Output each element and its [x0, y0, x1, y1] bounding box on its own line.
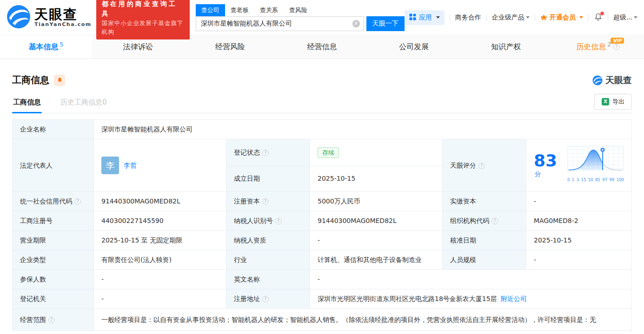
- score-chart: 0131550859799100: [567, 146, 624, 185]
- divider: [486, 14, 487, 21]
- watermark-logo: 天眼查: [592, 74, 632, 86]
- value-score: 83分: [526, 139, 632, 192]
- label-taxpayer-id: 纳税人识别号: [226, 211, 310, 231]
- tab-operation-risk[interactable]: 经营风险: [184, 35, 276, 59]
- app-grid-icon: [409, 13, 416, 22]
- nav-super-account[interactable]: 超级...: [613, 13, 637, 22]
- divider: [608, 14, 608, 21]
- help-icon[interactable]: [262, 296, 269, 302]
- help-icon[interactable]: [491, 218, 498, 224]
- label-reg-status: 登记状态: [226, 139, 310, 166]
- clear-icon[interactable]: ✕: [352, 20, 360, 27]
- vip-badge: VIP: [611, 38, 624, 44]
- value-taxpayer-id: 91440300MAG0MED82L: [310, 211, 443, 231]
- help-icon[interactable]: [613, 44, 620, 50]
- tab-history-info[interactable]: 历史信息 2 VIP: [552, 35, 644, 59]
- label-company-name: 企业名称: [13, 120, 94, 139]
- value-reg-number: 440300227145590: [94, 211, 226, 231]
- nav-enterprise-products[interactable]: 企业级产品: [492, 13, 530, 22]
- tianyancha-logo[interactable]: 天眼查 TianYanCha.com: [7, 5, 92, 31]
- label-reg-number: 工商注册号: [13, 211, 94, 231]
- label-industry: 行业: [226, 250, 310, 270]
- label-legal-rep: 法定代表人: [13, 139, 94, 192]
- nearby-companies-link[interactable]: 附近公司: [501, 295, 527, 302]
- value-credit-code: 91440300MAG0MED82L: [94, 192, 226, 211]
- tab-legal-litigation[interactable]: 法律诉讼: [92, 35, 184, 59]
- search-area: 查公司 查老板 查关系 查风险 ✕ 天眼一下: [196, 4, 405, 31]
- tab-intellectual-property[interactable]: 知识产权: [460, 35, 552, 59]
- main-tabbar: 基本信息 5 法律诉讼 经营风险 经营信息 公司发展 知识产权 历史信息 2 V…: [0, 35, 644, 59]
- value-insured: -: [94, 270, 226, 289]
- nav-business-cooperation[interactable]: 商务合作: [455, 13, 481, 22]
- divider: [535, 14, 535, 21]
- label-approval-date: 核准日期: [443, 231, 526, 250]
- export-button[interactable]: X 导出: [594, 94, 632, 110]
- app-menu[interactable]: 应用: [405, 10, 445, 25]
- value-business-scope: 一般经营项目是：以自有资金从事投资活动；智能机器人的研发；智能机器人销售。（除依…: [94, 309, 632, 331]
- caret-down-icon: [634, 16, 637, 19]
- promo-line1: 都在用的商业查询工具: [102, 0, 184, 19]
- search-tab-risk[interactable]: 查风险: [284, 4, 313, 16]
- value-paid-capital: -: [526, 192, 632, 211]
- value-reg-status: 存续: [310, 139, 443, 166]
- tab-basic-info[interactable]: 基本信息 5: [0, 35, 92, 59]
- app-menu-label: 应用: [419, 13, 432, 22]
- logo-title: 天眼查: [34, 7, 78, 22]
- value-industry: 计算机、通信和其他电子设备制造业: [310, 250, 443, 270]
- search-tab-relation[interactable]: 查关系: [254, 4, 284, 16]
- promo-line2: 国家中小企业发展子基金旗下机构: [102, 19, 184, 36]
- value-legal-rep: 李 李哲: [94, 139, 226, 192]
- help-icon[interactable]: [262, 198, 269, 205]
- label-english-name: 英文名称: [226, 270, 310, 289]
- value-reg-address: 深圳市光明区光明街道东周社区光电北路18号金新农大厦15层附近公司: [310, 289, 632, 309]
- value-company-name: 深圳市星帷智能机器人有限公司: [94, 120, 632, 139]
- status-badge: 存续: [318, 147, 339, 158]
- label-taxpayer-quality: 纳税人资质: [226, 231, 310, 250]
- label-paid-capital: 实缴资本: [443, 192, 526, 211]
- value-reg-capital: 5000万人民币: [310, 192, 443, 211]
- score-unit: 分: [535, 170, 541, 177]
- help-icon[interactable]: [275, 218, 282, 224]
- notification-dot: [600, 12, 604, 15]
- notification-bell[interactable]: [594, 13, 603, 23]
- search-tab-boss[interactable]: 查老板: [225, 4, 254, 16]
- search-button[interactable]: 天眼一下: [366, 16, 405, 31]
- caret-down-icon: [436, 16, 440, 19]
- header-nav: 应用 商务合作 企业级产品 开通会员: [405, 10, 637, 25]
- caret-down-icon: [526, 16, 530, 19]
- value-english-name: -: [310, 270, 632, 289]
- label-insured: 参保人数: [13, 270, 94, 289]
- help-icon[interactable]: [48, 317, 55, 323]
- value-establish-date: 2025-10-15: [310, 166, 443, 191]
- help-icon[interactable]: [74, 198, 81, 205]
- business-info-table: 企业名称 深圳市星帷智能机器人有限公司 法定代表人 李 李哲 登记状态 存续 天…: [12, 119, 632, 331]
- subtab-row: 工商信息 历史工商信息0 X 导出: [12, 94, 632, 113]
- caret-down-icon: [579, 16, 583, 19]
- subtab-history-business-info[interactable]: 历史工商信息0: [60, 98, 108, 113]
- tab-count: 5: [60, 41, 64, 48]
- value-staff-size: -: [526, 250, 632, 270]
- search-tab-company[interactable]: 查公司: [196, 4, 225, 16]
- subscribe-bell-icon[interactable]: [54, 75, 65, 86]
- help-icon[interactable]: [262, 150, 269, 156]
- value-taxpayer-quality: -: [310, 231, 443, 250]
- tab-company-development[interactable]: 公司发展: [368, 35, 460, 59]
- help-icon[interactable]: [478, 163, 485, 169]
- label-company-type: 企业类型: [13, 250, 94, 270]
- nav-open-vip[interactable]: 开通会员: [540, 13, 583, 22]
- tab-operation-info[interactable]: 经营信息: [276, 35, 368, 59]
- score-chart-ticks: 0131550859799100: [567, 175, 624, 185]
- divider: [588, 14, 589, 21]
- search-tabs: 查公司 查老板 查关系 查风险: [196, 4, 405, 16]
- legal-rep-avatar[interactable]: 李: [101, 157, 119, 174]
- value-approval-date: 2025-10-15: [526, 231, 632, 250]
- label-credit-code: 统一社会信用代码: [13, 192, 94, 211]
- search-input[interactable]: [196, 20, 364, 27]
- excel-icon: X: [602, 98, 609, 105]
- label-org-code: 组织机构代码: [443, 211, 526, 231]
- value-reg-authority: -: [94, 289, 226, 309]
- subtab-business-info[interactable]: 工商信息: [12, 98, 42, 113]
- logo-domain: TianYanCha.com: [34, 21, 92, 27]
- legal-rep-link[interactable]: 李哲: [124, 161, 137, 170]
- value-company-type: 有限责任公司(法人独资): [94, 250, 226, 270]
